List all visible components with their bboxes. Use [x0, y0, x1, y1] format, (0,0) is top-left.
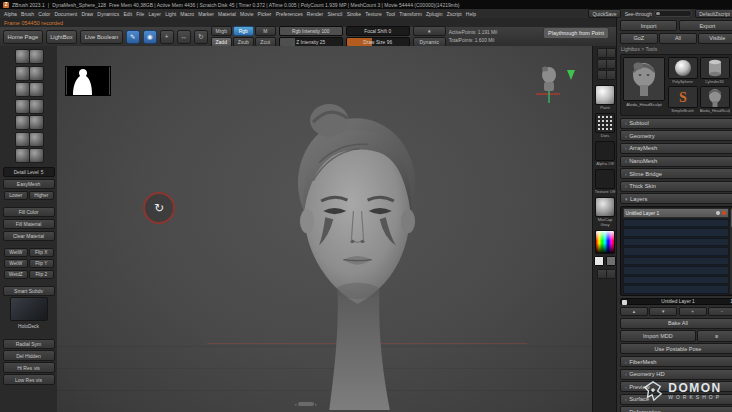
brush-thumbnail[interactable] [15, 148, 30, 163]
mdd-options-button[interactable]: ≡ [697, 330, 732, 341]
utility-button[interactable]: Hi Res vis [3, 362, 55, 372]
menu-item[interactable]: Color [36, 11, 52, 17]
tool-section-header[interactable]: ›Thick Skin [620, 181, 732, 192]
tool-slot-thumbnail[interactable] [700, 86, 730, 108]
holodeck-thumbnail[interactable] [10, 297, 48, 321]
home-page-button[interactable]: Home Page [3, 30, 43, 44]
shelf-mini-button[interactable] [606, 48, 616, 58]
material-action-button[interactable]: Fill Material [3, 219, 55, 229]
scrollbar-thumb[interactable] [298, 402, 314, 406]
current-alpha-thumbnail[interactable] [595, 141, 615, 161]
menu-item[interactable]: Light [163, 11, 178, 17]
tool-section-header[interactable]: ›Subtool [620, 118, 732, 129]
menu-item[interactable]: Zplugin [424, 11, 445, 17]
detail-level-slider[interactable]: Detail Level 5 [3, 167, 55, 177]
draw-pointer-button[interactable]: ◉ [143, 30, 157, 44]
menu-item[interactable]: Render [305, 11, 326, 17]
tool-section-header[interactable]: ›Slime Bridge [620, 168, 732, 179]
layer-row[interactable] [623, 285, 729, 294]
layer-up-button[interactable]: ▲ [620, 307, 648, 317]
menu-item[interactable]: Dynamics [95, 11, 121, 17]
goz-visible-button[interactable]: Visible [698, 33, 732, 44]
menu-item[interactable]: Preferences [274, 11, 305, 17]
tool-slot-thumbnail[interactable] [700, 57, 730, 79]
material-action-button[interactable]: Clear Material [3, 231, 55, 241]
menu-item[interactable]: Picker [256, 11, 274, 17]
layer-row[interactable] [623, 257, 729, 266]
rgb-button[interactable]: Rgb [233, 26, 254, 36]
m-button[interactable]: M [255, 26, 276, 36]
camera-axis-widget[interactable] [534, 64, 576, 104]
layer-down-button[interactable]: ▼ [649, 307, 677, 317]
current-brush-thumbnail[interactable] [595, 85, 615, 105]
flip-button[interactable]: Flip Y [29, 259, 54, 268]
current-stroke-thumbnail[interactable] [595, 113, 615, 133]
menu-item[interactable]: Stroke [345, 11, 364, 17]
menu-item[interactable]: Draw [79, 11, 95, 17]
gear-button[interactable]: ∗ [413, 26, 446, 36]
brush-thumbnail[interactable] [15, 99, 30, 114]
brush-thumbnail[interactable] [29, 148, 44, 163]
layer-row[interactable] [623, 219, 729, 228]
menu-item[interactable]: File [134, 11, 146, 17]
menu-item[interactable]: Help [464, 11, 478, 17]
utility-button[interactable]: Low Res vis [3, 374, 55, 384]
utility-button[interactable]: Del Hidden [3, 350, 55, 360]
rgb-intensity-slider[interactable]: Rgb Intensity100 [279, 26, 343, 36]
mrgb-button[interactable]: Mrgb [211, 26, 232, 36]
menu-item[interactable]: Zscript [445, 11, 464, 17]
brush-thumbnail[interactable] [29, 66, 44, 81]
menu-item[interactable]: Texture [363, 11, 384, 17]
menu-item[interactable]: Tool [384, 11, 397, 17]
tool-slot-thumbnail[interactable] [668, 57, 698, 79]
brush-thumbnail[interactable] [15, 49, 30, 64]
shelf-mini-button[interactable] [606, 59, 616, 69]
wet-button[interactable]: WetW [4, 259, 29, 268]
current-tool-thumbnail[interactable] [623, 57, 665, 101]
layer-row[interactable] [623, 276, 729, 285]
live-boolean-button[interactable]: Live Boolean [80, 30, 123, 44]
tool-section-header[interactable]: ›Deformation [620, 406, 732, 412]
see-through-slider[interactable] [654, 10, 692, 18]
main-color-swatch[interactable] [594, 256, 604, 266]
layer-row[interactable] [623, 238, 729, 247]
layer-intensity-slider[interactable]: Untitled Layer 1 1 [620, 298, 732, 305]
menu-item[interactable]: Edit [121, 11, 134, 17]
current-material-thumbnail[interactable] [595, 197, 615, 217]
brush-thumbnail[interactable] [29, 99, 44, 114]
shelf-mini-button[interactable] [606, 269, 616, 279]
brush-thumbnail[interactable] [29, 49, 44, 64]
brush-thumbnail[interactable] [15, 82, 30, 97]
easymesh-button[interactable]: EasyMesh [3, 179, 55, 189]
reference-image-thumbnail[interactable] [65, 66, 111, 96]
tool-section-header[interactable]: ›Geometry [620, 130, 732, 141]
bake-all-button[interactable]: Bake All [620, 318, 732, 329]
see-through-knob[interactable] [656, 12, 660, 16]
rotate-record-indicator[interactable]: ↻ [143, 192, 175, 224]
brush-thumbnail[interactable] [15, 66, 30, 81]
current-texture-thumbnail[interactable] [595, 169, 615, 189]
scale-button[interactable]: ↔ [177, 30, 191, 44]
z-intensity-slider[interactable]: Z Intensity25 [279, 37, 343, 47]
move-button[interactable]: + [160, 30, 174, 44]
layer-delete-button[interactable]: − [708, 307, 732, 317]
menu-item[interactable]: Material [216, 11, 238, 17]
layers-section-header[interactable]: ▾Layers [620, 193, 732, 204]
flip-button[interactable]: Flip 2 [29, 270, 54, 279]
menu-item[interactable]: Brush [19, 11, 36, 17]
import-mdd-button[interactable]: Import MDD [620, 330, 696, 341]
brush-thumbnail[interactable] [29, 82, 44, 97]
layer-visibility-icon[interactable] [716, 211, 720, 215]
layer-slider-knob[interactable] [622, 300, 627, 305]
layer-new-button[interactable]: + [679, 307, 707, 317]
selected-layer-row[interactable]: Untitled Layer 1 [623, 208, 729, 218]
layer-row[interactable] [623, 266, 729, 275]
scroll-left-icon[interactable]: ‹ [295, 401, 297, 407]
layer-row[interactable] [623, 247, 729, 256]
wet-button[interactable]: WetdZ [4, 270, 29, 279]
viewport[interactable]: ↻ ‹ › [57, 46, 592, 412]
lightbox-button[interactable]: LightBox [46, 30, 78, 44]
secondary-color-swatch[interactable] [606, 256, 616, 266]
menu-item[interactable]: Marker [196, 11, 216, 17]
edit-object-button[interactable]: ✎ [126, 30, 140, 44]
